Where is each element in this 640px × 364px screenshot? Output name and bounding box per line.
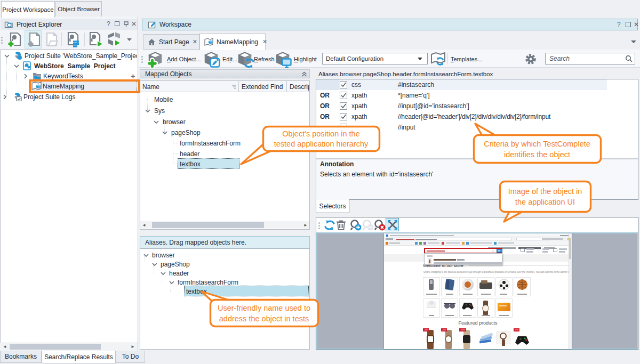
svg-text:Object's position in the: Object's position in the xyxy=(282,130,359,138)
svg-text:identifies the object: identifies the object xyxy=(504,150,570,159)
svg-text:Image of the object in: Image of the object in xyxy=(508,187,582,196)
svg-text:address the object in tests: address the object in tests xyxy=(219,314,309,323)
svg-text:the application UI: the application UI xyxy=(515,198,575,206)
svg-text:Criteria by which TestComplete: Criteria by which TestComplete xyxy=(484,140,590,148)
svg-text:User-friendly name used to: User-friendly name used to xyxy=(218,304,310,312)
svg-text:tested application hierarchy: tested application hierarchy xyxy=(274,140,369,148)
